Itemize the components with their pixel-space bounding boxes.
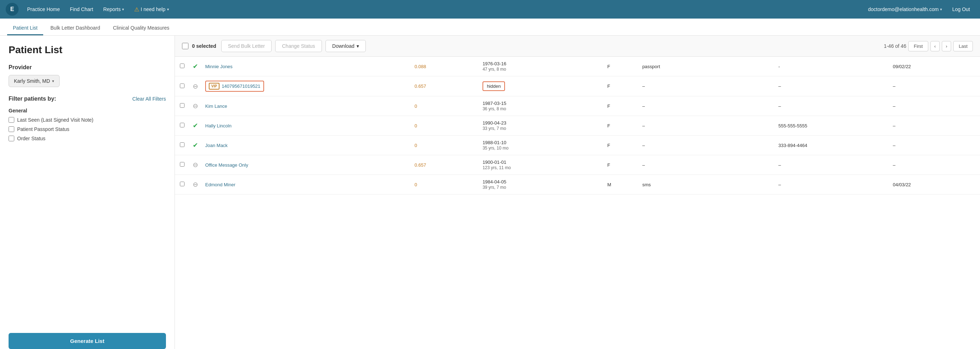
patient-name[interactable]: Hally Lincoln [205, 123, 232, 129]
row-dob-cell: 1984-04-0539 yrs, 7 mo [479, 175, 604, 194]
row-checkbox-cell [175, 116, 189, 135]
table-row: ✔ Joan Mack 0 1988-01-1035 yrs, 10 mo F … [175, 135, 980, 155]
row-date-cell: 04/03/22 [889, 175, 980, 194]
row-score-cell: 0.657 [411, 76, 479, 96]
change-status-button[interactable]: Change Status [275, 40, 322, 52]
patient-name[interactable]: Edmond Miner [205, 182, 235, 187]
row-checkbox-cell [175, 155, 189, 175]
select-all-checkbox[interactable] [182, 43, 188, 49]
row-date-cell: – [889, 135, 980, 155]
nav-i-need-help[interactable]: ⚠ I need help ▾ [130, 4, 173, 15]
row-gender-cell: M [604, 175, 639, 194]
log-out-button[interactable]: Log Out [948, 4, 974, 14]
patient-name[interactable]: Office Message Only [205, 163, 248, 168]
row-gender-cell: F [604, 76, 639, 96]
row-checkbox[interactable] [180, 83, 185, 88]
row-status-cell: ⊖ [189, 175, 202, 194]
next-page-button[interactable]: › [942, 41, 951, 51]
user-email-text: doctordemo@elationhealth.com [868, 6, 939, 12]
clear-all-filters-button[interactable]: Clear All Filters [132, 96, 166, 102]
content-area: 0 selected Send Bulk Letter Change Statu… [175, 36, 980, 349]
row-extra-cell: 555-555-5555 [775, 116, 889, 135]
row-name-cell[interactable]: Joan Mack [202, 135, 411, 155]
last-page-button[interactable]: Last [953, 41, 973, 51]
status-inactive-icon: ⊖ [193, 102, 198, 110]
row-checkbox-cell [175, 175, 189, 194]
reports-label: Reports [103, 6, 121, 12]
pagination-info: 1-46 of 46 First ‹ › Last [884, 41, 973, 51]
row-checkbox[interactable] [180, 142, 185, 147]
table-row: ✔ Hally Lincoln 0 1990-04-2333 yrs, 7 mo… [175, 116, 980, 135]
user-email[interactable]: doctordemo@elationhealth.com ▾ [864, 4, 947, 14]
table-row: ⊖ VIP 140795671019521 0.657 hidden F – –… [175, 76, 980, 96]
row-status-cell: ⊖ [189, 155, 202, 175]
filter-passport-status: Patient Passport Status [9, 126, 166, 132]
table-row: ⊖ Office Message Only 0.657 1900-01-0112… [175, 155, 980, 175]
row-contact-cell: – [639, 96, 775, 116]
selected-count: 0 selected [192, 43, 216, 49]
row-extra-cell: – [775, 76, 889, 96]
row-name-cell[interactable]: Office Message Only [202, 155, 411, 175]
help-dropdown-arrow: ▾ [167, 7, 169, 12]
tab-patient-list[interactable]: Patient List [7, 21, 43, 35]
filter-last-seen-checkbox[interactable] [9, 117, 14, 123]
sidebar: Patient List Provider Karly Smith, MD ▾ … [0, 36, 175, 349]
patient-name[interactable]: 140795671019521 [222, 83, 260, 89]
pagination-text: 1-46 of 46 [884, 43, 906, 49]
nav-practice-home[interactable]: Practice Home [23, 4, 64, 14]
nav-find-chart[interactable]: Find Chart [66, 4, 97, 14]
patient-name[interactable]: Joan Mack [205, 143, 228, 148]
provider-select[interactable]: Karly Smith, MD ▾ [9, 75, 60, 87]
toolbar: 0 selected Send Bulk Letter Change Statu… [175, 36, 980, 57]
row-checkbox[interactable] [180, 64, 185, 68]
row-name-cell[interactable]: VIP 140795671019521 [202, 76, 411, 96]
nav-reports[interactable]: Reports ▾ [99, 4, 129, 14]
hidden-badge: hidden [482, 81, 505, 91]
row-checkbox[interactable] [180, 103, 185, 108]
user-dropdown-arrow: ▾ [940, 7, 942, 12]
row-score-cell: 0.657 [411, 155, 479, 175]
filter-last-seen-label: Last Seen (Last Signed Visit Note) [17, 117, 94, 123]
filter-section-general: General Last Seen (Last Signed Visit Not… [9, 108, 166, 145]
row-extra-cell: - [775, 57, 889, 76]
row-score-cell: 0 [411, 116, 479, 135]
row-checkbox[interactable] [180, 123, 185, 127]
row-name-cell[interactable]: Kim Lance [202, 96, 411, 116]
status-inactive-icon: ⊖ [193, 161, 198, 169]
row-date-cell: – [889, 155, 980, 175]
tab-bulk-letter[interactable]: Bulk Letter Dashboard [45, 21, 106, 35]
row-contact-cell: – [639, 155, 775, 175]
filter-order-status-checkbox[interactable] [9, 135, 14, 141]
nav-right: doctordemo@elationhealth.com ▾ Log Out [864, 4, 974, 14]
row-checkbox[interactable] [180, 182, 185, 186]
first-page-button[interactable]: First [908, 41, 928, 51]
vip-name-wrapper: VIP 140795671019521 [205, 81, 264, 92]
row-status-cell: ✔ [189, 57, 202, 76]
patient-name[interactable]: Kim Lance [205, 104, 227, 109]
row-name-cell[interactable]: Minnie Jones [202, 57, 411, 76]
filter-order-status: Order Status [9, 135, 166, 141]
row-extra-cell: 333-894-4464 [775, 135, 889, 155]
row-checkbox[interactable] [180, 162, 185, 167]
row-gender-cell: F [604, 135, 639, 155]
send-bulk-letter-button[interactable]: Send Bulk Letter [221, 40, 272, 52]
download-button[interactable]: Download ▾ [326, 40, 366, 52]
row-checkbox-cell [175, 135, 189, 155]
top-nav: E Practice Home Find Chart Reports ▾ ⚠ I… [0, 0, 980, 19]
row-status-cell: ⊖ [189, 76, 202, 96]
generate-list-button[interactable]: Generate List [9, 333, 166, 349]
row-name-cell[interactable]: Hally Lincoln [202, 116, 411, 135]
patient-name[interactable]: Minnie Jones [205, 64, 233, 69]
row-score-cell: 0 [411, 175, 479, 194]
download-label: Download [332, 43, 355, 49]
row-score-cell: 0 [411, 96, 479, 116]
prev-page-button[interactable]: ‹ [931, 41, 940, 51]
status-active-icon: ✔ [193, 63, 198, 70]
row-name-cell[interactable]: Edmond Miner [202, 175, 411, 194]
row-score-cell: 0.088 [411, 57, 479, 76]
tab-cqm[interactable]: Clinical Quality Measures [107, 21, 175, 35]
download-arrow-icon: ▾ [356, 43, 359, 49]
table-row: ⊖ Kim Lance 0 1987-03-1536 yrs, 8 mo F –… [175, 96, 980, 116]
filter-label: Filter patients by: [9, 96, 56, 102]
filter-passport-status-checkbox[interactable] [9, 126, 14, 132]
